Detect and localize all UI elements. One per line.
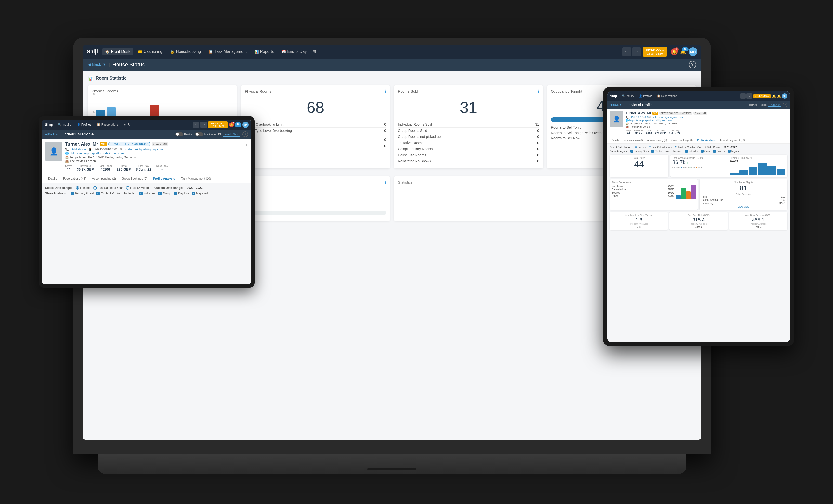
tab-back-button[interactable]: ◀ Back ▼ [610, 103, 622, 106]
notification-badge[interactable]: 🔔 70 [680, 48, 687, 55]
tab-add-alert-btn[interactable]: + Add Alert [768, 103, 782, 107]
alert-badge[interactable]: 🔔 2 [671, 48, 678, 55]
tab-cb-day-use[interactable]: ✓Day Use [713, 150, 726, 153]
d2-nav-reservations[interactable]: 📋 Reservations [95, 122, 120, 127]
d2-fwd-nav[interactable]: → [200, 122, 207, 128]
tab-nav-inquiry[interactable]: 🔍 Inquiry [620, 94, 636, 98]
d2-tab-details[interactable]: Details [45, 174, 60, 183]
d2-cb-individual[interactable]: ✓ Individual [139, 192, 156, 195]
info-icon-physical[interactable]: ℹ [385, 89, 386, 94]
d2-help-button[interactable]: ? [242, 131, 248, 137]
d2-back-nav[interactable]: ← [193, 122, 199, 128]
tab-view-more[interactable]: View More [701, 205, 785, 208]
tablet-avg-daily-rev: Avg. Daily Revenue (GBP) 455.1 Property … [729, 212, 787, 230]
nav-housekeeping[interactable]: 🔒 Housekeeping [167, 48, 204, 55]
d2-tab-task-management[interactable]: Task Management (10) [178, 174, 214, 183]
rooms-card-title: Physical Rooms [92, 89, 233, 93]
d2-tab-group-bookings[interactable]: Group Bookings (0) [119, 174, 150, 183]
nav-front-desk[interactable]: 🏠 Front Desk [102, 48, 133, 55]
d2-inactivate-toggle[interactable]: Inactivate [195, 132, 216, 136]
tab-nav-profiles[interactable]: 👤 Profiles [637, 94, 654, 98]
d2-property[interactable]: SH-LND00... 15 Jun 14:52 [208, 121, 228, 128]
tab-alert-badge[interactable]: 🔔 [772, 94, 776, 98]
d2-alert-badge[interactable]: 🔔 2 [229, 122, 234, 127]
nav-end-of-day[interactable]: 📅 End of Day [279, 48, 310, 55]
tab-cb-individual[interactable]: ✓Individual [685, 150, 699, 153]
stat-row: Room Type Level Overbooking 0 [245, 128, 386, 134]
d2-cb-primary-guest[interactable]: ✓ Primary Guest [71, 192, 94, 195]
nav-cashiering[interactable]: 💳 Cashiering [135, 48, 165, 55]
tab-restrict-btn[interactable]: Restrict [759, 104, 766, 106]
d2-tab-accompanying[interactable]: Accompanying (2) [89, 174, 119, 183]
d2-cb-contact-profile[interactable]: ✓ Contact Profile [96, 192, 120, 195]
d2-cb-group[interactable]: ✓ Group [159, 192, 171, 195]
d2-email[interactable]: malte.herich@shijigroup.com [125, 148, 163, 151]
d2-cb-migrated[interactable]: ✓ Migrated [192, 192, 208, 195]
physical-rooms-value: 68 [245, 99, 386, 117]
tablet-property[interactable]: SH-LND00... [753, 94, 771, 98]
property-selector[interactable]: SH-LND00... 15 Jun 14:50 [643, 47, 667, 56]
tab-fwd-nav[interactable]: → [746, 93, 752, 99]
occupancy-title: Occupancy Tonight [551, 89, 582, 93]
tab-radio-lifetime[interactable]: Lifetime [635, 146, 647, 149]
tab-cb-primary-guest[interactable]: ✓Primary Guest [630, 150, 649, 153]
tablet-email[interactable]: malte.herich@shijigroup.com [652, 116, 683, 119]
tab-help-btn[interactable]: ? [783, 103, 787, 107]
d2-add-alert-button[interactable]: + Add Alert [223, 132, 240, 137]
section-header: 📊 Room Statistic [88, 76, 696, 81]
d2-add-phone[interactable]: Add Phone [71, 148, 86, 151]
d2-tab-profile-analysis[interactable]: Profile Analysis [150, 174, 178, 183]
top-navbar: Shiji 🏠 Front Desk 💳 Cashiering 🔒 Housek… [83, 45, 701, 58]
tab-notification-badge[interactable]: 🔔 [777, 94, 781, 98]
tab-radio-last-cal[interactable]: Last Calendar Year [648, 146, 673, 149]
tab-back-nav[interactable]: ← [740, 93, 746, 99]
d2-nav-profiles[interactable]: 👤 Profiles [75, 122, 93, 127]
tab-tab-task-management[interactable]: Task Management (10) [717, 137, 747, 144]
d2-back-button[interactable]: ◀ Back ▼ [45, 132, 58, 136]
tab-tab-details[interactable]: Details [609, 137, 621, 144]
tab-tab-accompanying[interactable]: Accompanying (2) [645, 137, 669, 144]
tab-cb-contact-profile[interactable]: ✓Contact Profile [651, 150, 671, 153]
tab-tab-reservations[interactable]: Reservations (46) [621, 137, 645, 144]
front-desk-icon: 🏠 [105, 50, 110, 54]
info-icon-inhouse[interactable]: ℹ [385, 180, 386, 185]
d2-notification-badge[interactable]: 70 [235, 122, 241, 127]
d2-nav-inquiry[interactable]: 🔍 Inquiry [56, 122, 73, 127]
info-icon-sold[interactable]: ℹ [538, 89, 539, 94]
d2-tab-reservations[interactable]: Reservations (48) [60, 174, 89, 183]
d2-radio-last-cal[interactable]: Last Calendar Year [93, 186, 123, 190]
d2-restrict-toggle[interactable]: Restrict [175, 132, 193, 136]
tab-cb-group[interactable]: ✓Group [701, 150, 711, 153]
d2-user-avatar[interactable]: MH [242, 122, 249, 128]
back-arrow[interactable]: ← [622, 47, 631, 56]
tablet-website[interactable]: https://enterprisplatform.shijigroup.com [629, 119, 672, 122]
nav-reports[interactable]: 📊 Reports [252, 48, 277, 55]
back-button[interactable]: ◀ Back ▼ [88, 62, 106, 67]
tab-tab-group-bookings[interactable]: Group Bookings (0) [669, 137, 695, 144]
d2-radio-last-12[interactable]: Last 12 Months [126, 186, 150, 190]
nav-task-management[interactable]: 📋 Task Management [206, 48, 249, 55]
tablet-user-avatar[interactable]: MH [782, 93, 787, 99]
tablet-vip-badge: VIP [652, 112, 658, 115]
tab-nav-reservations[interactable]: 📋 Reservations [655, 94, 679, 98]
tablet-revenue-card: Total Gross Revenue (GBP) 36.7k ↑ Legend… [670, 155, 787, 177]
help-button[interactable]: ? [689, 61, 696, 68]
grid-icon: ⊞ [312, 49, 316, 54]
d2-radio-lifetime[interactable]: Lifetime [76, 186, 91, 190]
tab-inactivate-btn[interactable]: Inactivate [748, 104, 758, 106]
tab-radio-last-12[interactable]: Last 12 Months [675, 146, 695, 149]
d2-cb-day-use[interactable]: ✓ Day Use [174, 192, 189, 195]
page-title: House Status [112, 61, 145, 68]
d2-navbar: Shiji 🔍 Inquiry 👤 Profiles 📋 Reservation… [42, 120, 251, 130]
d2-nav-r[interactable]: ⚙ R [122, 122, 132, 127]
tablet-phone[interactable]: +4915168107663 [629, 116, 648, 119]
user-avatar[interactable]: MH [689, 47, 697, 56]
forward-arrow[interactable]: → [632, 47, 641, 56]
tab-tab-profile-analysis[interactable]: Profile Analysis [695, 137, 718, 144]
d2-menu-icon[interactable]: ⋮ [244, 142, 248, 147]
d2-page-title: Individual Profile [63, 132, 94, 137]
tab-cb-migrated[interactable]: ✓Migrated [728, 150, 741, 153]
housekeeping-icon: 🔒 [170, 50, 174, 54]
tablet-summary-row: Total Stays 44 Total Gross Revenue (GBP)… [610, 155, 787, 177]
d2-website[interactable]: https://enterpriseplatform.shijigroup.co… [71, 152, 124, 155]
